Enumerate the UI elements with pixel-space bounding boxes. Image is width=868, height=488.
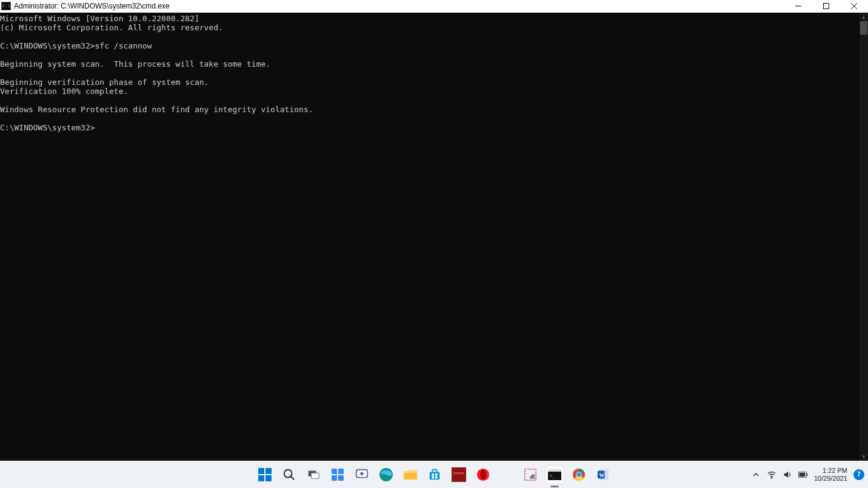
minimize-button[interactable] xyxy=(784,0,812,12)
cmd-taskbar-button[interactable]: >_ xyxy=(546,466,564,484)
notification-badge[interactable]: 7 xyxy=(853,469,864,480)
widgets-button[interactable] xyxy=(329,466,347,484)
time-text: 1:22 PM xyxy=(814,467,847,475)
file-explorer-button[interactable] xyxy=(401,466,419,484)
svg-rect-21 xyxy=(432,469,436,472)
console-area-wrap: Microsoft Windows [Version 10.0.22000.28… xyxy=(0,13,868,461)
window-controls xyxy=(784,0,868,12)
svg-rect-34 xyxy=(548,469,561,472)
svg-rect-7 xyxy=(265,475,272,481)
svg-point-29 xyxy=(480,469,486,480)
svg-line-9 xyxy=(291,476,295,480)
app-red-button[interactable] xyxy=(450,466,468,484)
svg-point-32 xyxy=(532,475,535,477)
scrollbar-track[interactable]: ▲ ▼ xyxy=(860,13,868,461)
taskbar-center: >_ W xyxy=(256,466,612,484)
battery-icon[interactable] xyxy=(798,470,808,480)
svg-rect-25 xyxy=(435,476,438,478)
svg-rect-19 xyxy=(404,473,417,480)
svg-text:W: W xyxy=(599,472,606,478)
svg-rect-4 xyxy=(258,468,264,474)
svg-rect-11 xyxy=(311,473,319,478)
close-button[interactable] xyxy=(840,0,868,12)
svg-rect-5 xyxy=(265,468,272,474)
start-button[interactable] xyxy=(256,466,274,484)
svg-point-42 xyxy=(771,477,772,478)
svg-point-8 xyxy=(284,469,292,477)
taskbar: >_ W xyxy=(0,461,868,488)
word-button[interactable]: W xyxy=(594,466,612,484)
notification-count: 7 xyxy=(857,471,861,478)
scrollbar-thumb[interactable] xyxy=(860,21,867,35)
svg-rect-23 xyxy=(435,473,438,476)
svg-rect-6 xyxy=(258,475,264,481)
svg-rect-15 xyxy=(338,475,344,481)
date-text: 10/29/2021 xyxy=(814,475,847,483)
search-button[interactable] xyxy=(280,466,298,484)
svg-rect-12 xyxy=(332,469,337,474)
window-title: Administrator: C:\WINDOWS\system32\cmd.e… xyxy=(14,2,170,10)
svg-point-17 xyxy=(360,472,364,475)
svg-text:>_: >_ xyxy=(550,473,555,478)
title-bar: C:\ Administrator: C:\WINDOWS\system32\c… xyxy=(0,0,868,13)
system-tray: 1:22 PM 10/29/2021 7 xyxy=(751,467,864,483)
overflow-chevron-icon[interactable] xyxy=(751,470,761,480)
edge-button[interactable] xyxy=(377,466,395,484)
microsoft-store-button[interactable] xyxy=(426,466,444,484)
svg-rect-22 xyxy=(432,473,434,476)
volume-icon[interactable] xyxy=(783,470,792,480)
svg-rect-20 xyxy=(430,472,440,480)
wifi-icon[interactable] xyxy=(767,470,776,480)
scroll-down-arrow-icon[interactable]: ▼ xyxy=(860,452,868,461)
svg-rect-14 xyxy=(332,475,337,481)
svg-rect-27 xyxy=(453,472,464,474)
console-output[interactable]: Microsoft Windows [Version 10.0.22000.28… xyxy=(0,13,860,461)
chat-button[interactable] xyxy=(353,466,371,484)
svg-rect-45 xyxy=(800,472,806,476)
svg-rect-24 xyxy=(432,476,434,478)
task-view-button[interactable] xyxy=(304,466,322,484)
cmd-icon: C:\ xyxy=(1,2,11,10)
scroll-up-arrow-icon[interactable]: ▲ xyxy=(860,13,868,21)
snip-sketch-button[interactable] xyxy=(521,466,539,484)
svg-point-38 xyxy=(576,472,581,476)
maximize-button[interactable] xyxy=(812,0,840,12)
svg-rect-26 xyxy=(452,467,466,482)
clock[interactable]: 1:22 PM 10/29/2021 xyxy=(814,467,847,483)
svg-rect-13 xyxy=(338,469,344,474)
svg-rect-44 xyxy=(807,473,808,476)
opera-button[interactable] xyxy=(474,466,492,484)
chrome-button[interactable] xyxy=(570,466,588,484)
svg-rect-1 xyxy=(824,4,829,9)
